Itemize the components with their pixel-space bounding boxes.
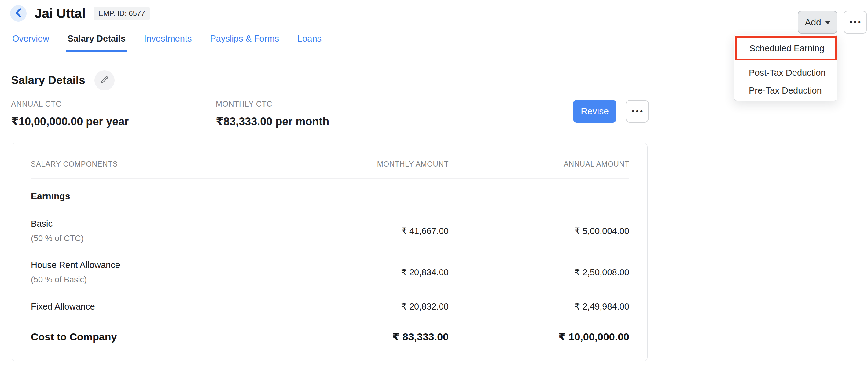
page-title: Jai Uttal: [34, 6, 86, 21]
chevron-left-icon: [14, 8, 22, 19]
caret-down-icon: [825, 21, 830, 25]
table-row-cost-to-company: Cost to Company ₹ 83,333.00 ₹ 10,00,000.…: [31, 328, 629, 345]
ellipsis-icon: •••: [630, 107, 644, 116]
annual-amount: ₹ 2,50,008.00: [449, 267, 629, 277]
pencil-icon: [100, 75, 110, 86]
tab-salary-details[interactable]: Salary Details: [66, 29, 127, 52]
tab-investments[interactable]: Investments: [143, 29, 193, 52]
monthly-amount: ₹ 20,834.00: [296, 267, 449, 277]
salary-more-button[interactable]: •••: [626, 100, 649, 123]
tab-overview[interactable]: Overview: [11, 29, 51, 52]
component-name: House Rent Allowance: [31, 260, 296, 270]
monthly-ctc-value: ₹83,333.00 per month: [216, 115, 329, 128]
emp-id-badge: EMP. ID: 6577: [94, 7, 150, 20]
annual-ctc-label: ANNUAL CTC: [11, 100, 129, 108]
component-note: (50 % of Basic): [31, 275, 296, 284]
edit-salary-button[interactable]: [94, 70, 115, 90]
add-button-label: Add: [805, 17, 821, 28]
monthly-amount: ₹ 20,832.00: [296, 301, 449, 312]
annual-amount: ₹ 5,00,004.00: [449, 226, 629, 236]
section-title: Salary Details: [11, 74, 85, 87]
monthly-ctc-block: MONTHLY CTC ₹83,333.00 per month: [216, 100, 329, 128]
annual-ctc-value: ₹10,00,000.00 per year: [11, 115, 129, 128]
component-name: Basic: [31, 219, 296, 229]
earnings-group-label: Earnings: [31, 187, 629, 205]
divider: [31, 179, 629, 179]
annual-amount: ₹ 2,49,984.00: [449, 301, 629, 312]
back-button[interactable]: [10, 5, 27, 22]
table-row-fixed-allowance: Fixed Allowance ₹ 20,832.00 ₹ 2,49,984.0…: [31, 298, 629, 315]
add-dropdown-menu: Scheduled Earning Post-Tax Deduction Pre…: [734, 34, 837, 101]
menu-item-scheduled-earning[interactable]: Scheduled Earning: [735, 36, 837, 61]
total-monthly-amount: ₹ 83,333.00: [296, 331, 449, 343]
revise-button[interactable]: Revise: [573, 100, 617, 123]
monthly-amount: ₹ 41,667.00: [296, 226, 449, 236]
ellipsis-icon: •••: [848, 18, 862, 27]
table-row-hra: House Rent Allowance (50 % of Basic) ₹ 2…: [31, 257, 629, 287]
page-header: Jai Uttal EMP. ID: 6577: [10, 4, 150, 23]
salary-components-card: SALARY COMPONENTS MONTHLY AMOUNT ANNUAL …: [11, 143, 648, 362]
component-note: (50 % of CTC): [31, 234, 296, 243]
column-annual-amount: ANNUAL AMOUNT: [449, 160, 629, 168]
column-salary-components: SALARY COMPONENTS: [31, 160, 296, 168]
monthly-ctc-label: MONTHLY CTC: [216, 100, 329, 108]
table-header-row: SALARY COMPONENTS MONTHLY AMOUNT ANNUAL …: [31, 155, 629, 173]
table-row-basic: Basic (50 % of CTC) ₹ 41,667.00 ₹ 5,00,0…: [31, 216, 629, 246]
column-monthly-amount: MONTHLY AMOUNT: [296, 160, 449, 168]
total-annual-amount: ₹ 10,00,000.00: [449, 331, 629, 343]
menu-item-pre-tax-deduction[interactable]: Pre-Tax Deduction: [734, 83, 837, 98]
total-label: Cost to Company: [31, 331, 296, 343]
component-name: Fixed Allowance: [31, 302, 296, 312]
annual-ctc-block: ANNUAL CTC ₹10,00,000.00 per year: [11, 100, 129, 128]
divider: [31, 322, 629, 322]
tab-loans[interactable]: Loans: [296, 29, 323, 52]
employee-salary-page: Jai Uttal EMP. ID: 6577 Add ••• Overview…: [0, 0, 868, 374]
tab-payslips-forms[interactable]: Payslips & Forms: [209, 29, 280, 52]
salary-details-header: Salary Details: [11, 70, 115, 90]
menu-item-post-tax-deduction[interactable]: Post-Tax Deduction: [734, 65, 837, 80]
